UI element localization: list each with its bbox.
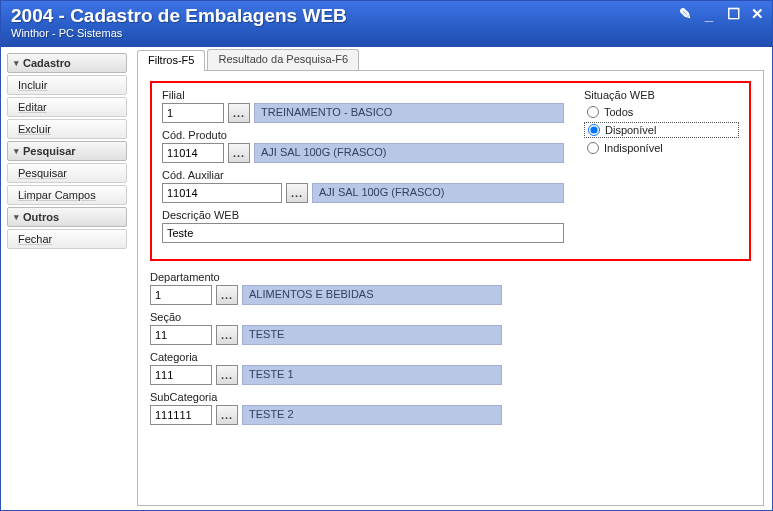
radio-input-disponivel[interactable] bbox=[588, 124, 600, 136]
cod-produto-desc: AJI SAL 100G (FRASCO) bbox=[254, 143, 564, 163]
sidebar-item-fechar[interactable]: Fechar bbox=[7, 229, 127, 249]
cod-auxiliar-label: Cód. Auxiliar bbox=[162, 169, 564, 181]
radio-label: Indisponível bbox=[604, 142, 663, 154]
descricao-web-input[interactable] bbox=[162, 223, 564, 243]
radio-label: Todos bbox=[604, 106, 633, 118]
cod-auxiliar-lookup-button[interactable]: ... bbox=[286, 183, 308, 203]
sidebar-group-label: Pesquisar bbox=[23, 145, 76, 157]
subcategoria-desc: TESTE 2 bbox=[242, 405, 502, 425]
subcategoria-input[interactable] bbox=[150, 405, 212, 425]
sidebar-item-limpar-campos[interactable]: Limpar Campos bbox=[7, 185, 127, 205]
departamento-label: Departamento bbox=[150, 271, 570, 283]
categoria-label: Categoria bbox=[150, 351, 570, 363]
departamento-desc: ALIMENTOS E BEBIDAS bbox=[242, 285, 502, 305]
sidebar-group-cadastro[interactable]: ▾ Cadastro bbox=[7, 53, 127, 73]
window-controls: ✎ _ ☐ ✕ bbox=[676, 5, 766, 23]
secao-label: Seção bbox=[150, 311, 570, 323]
window-title: 2004 - Cadastro de Embalagens WEB bbox=[11, 5, 762, 27]
chevron-down-icon: ▾ bbox=[14, 212, 19, 222]
radio-input-indisponivel[interactable] bbox=[587, 142, 599, 154]
categoria-desc: TESTE 1 bbox=[242, 365, 502, 385]
cod-auxiliar-input[interactable] bbox=[162, 183, 282, 203]
situacao-web-label: Situação WEB bbox=[584, 89, 739, 101]
sidebar-group-pesquisar[interactable]: ▾ Pesquisar bbox=[7, 141, 127, 161]
sidebar: ▾ Cadastro Incluir Editar Excluir ▾ Pesq… bbox=[1, 47, 133, 511]
sidebar-item-excluir[interactable]: Excluir bbox=[7, 119, 127, 139]
subcategoria-label: SubCategoria bbox=[150, 391, 570, 403]
situacao-radio-indisponivel[interactable]: Indisponível bbox=[584, 141, 739, 155]
departamento-input[interactable] bbox=[150, 285, 212, 305]
window-subtitle: Winthor - PC Sistemas bbox=[11, 27, 762, 39]
tabs: Filtros-F5 Resultado da Pesquisa-F6 bbox=[137, 49, 764, 71]
minimize-icon[interactable]: _ bbox=[700, 6, 718, 23]
secao-desc: TESTE bbox=[242, 325, 502, 345]
sidebar-item-pesquisar[interactable]: Pesquisar bbox=[7, 163, 127, 183]
sidebar-group-outros[interactable]: ▾ Outros bbox=[7, 207, 127, 227]
filial-lookup-button[interactable]: ... bbox=[228, 103, 250, 123]
maximize-icon[interactable]: ☐ bbox=[724, 5, 742, 23]
radio-label: Disponível bbox=[605, 124, 656, 136]
sidebar-group-label: Outros bbox=[23, 211, 59, 223]
chevron-down-icon: ▾ bbox=[14, 58, 19, 68]
tab-filtros[interactable]: Filtros-F5 bbox=[137, 50, 205, 71]
sidebar-group-label: Cadastro bbox=[23, 57, 71, 69]
chevron-down-icon: ▾ bbox=[14, 146, 19, 156]
departamento-lookup-button[interactable]: ... bbox=[216, 285, 238, 305]
tab-resultado[interactable]: Resultado da Pesquisa-F6 bbox=[207, 49, 359, 70]
cod-produto-label: Cód. Produto bbox=[162, 129, 564, 141]
filial-label: Filial bbox=[162, 89, 564, 101]
cod-auxiliar-desc: AJI SAL 100G (FRASCO) bbox=[312, 183, 564, 203]
filial-desc: TREINAMENTO - BASICO bbox=[254, 103, 564, 123]
cod-produto-lookup-button[interactable]: ... bbox=[228, 143, 250, 163]
radio-input-todos[interactable] bbox=[587, 106, 599, 118]
categoria-lookup-button[interactable]: ... bbox=[216, 365, 238, 385]
situacao-radio-todos[interactable]: Todos bbox=[584, 105, 739, 119]
sidebar-item-incluir[interactable]: Incluir bbox=[7, 75, 127, 95]
secao-input[interactable] bbox=[150, 325, 212, 345]
filial-input[interactable] bbox=[162, 103, 224, 123]
categoria-input[interactable] bbox=[150, 365, 212, 385]
titlebar: 2004 - Cadastro de Embalagens WEB Wintho… bbox=[1, 1, 772, 47]
close-icon[interactable]: ✕ bbox=[748, 5, 766, 23]
highlighted-filter-box: Filial ... TREINAMENTO - BASICO Cód. Pro… bbox=[150, 81, 751, 261]
filter-panel: Filial ... TREINAMENTO - BASICO Cód. Pro… bbox=[137, 71, 764, 506]
situacao-radio-disponivel[interactable]: Disponível bbox=[584, 122, 739, 138]
cod-produto-input[interactable] bbox=[162, 143, 224, 163]
subcategoria-lookup-button[interactable]: ... bbox=[216, 405, 238, 425]
descricao-web-label: Descrição WEB bbox=[162, 209, 564, 221]
secao-lookup-button[interactable]: ... bbox=[216, 325, 238, 345]
edit-icon[interactable]: ✎ bbox=[676, 5, 694, 23]
sidebar-item-editar[interactable]: Editar bbox=[7, 97, 127, 117]
